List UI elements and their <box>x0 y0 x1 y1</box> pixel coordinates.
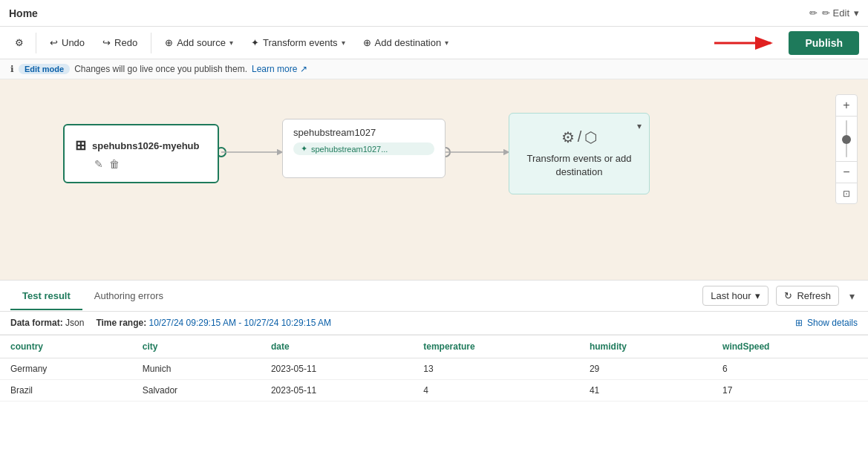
add-source-icon: ⊕ <box>165 37 173 48</box>
destination-icons: ⚙ / ⬡ <box>561 128 598 146</box>
zoom-fit-button[interactable]: ⊡ <box>836 183 857 203</box>
redo-button[interactable]: ↪ Redo <box>95 33 145 52</box>
cell-windSpeed: 17 <box>712 380 868 401</box>
data-format-label: Data format: <box>10 318 65 328</box>
edit-icon: ✏ <box>809 7 818 19</box>
data-format-value: Json <box>65 318 84 328</box>
zoom-controls: + − ⊡ <box>835 94 858 204</box>
zoom-in-button[interactable]: + <box>836 95 857 116</box>
source-edit-icon[interactable]: ✎ <box>94 158 103 170</box>
time-range-section: Time range: 10/27/24 09:29:15 AM - 10/27… <box>96 318 331 328</box>
refresh-button[interactable]: ↻ Refresh <box>776 286 839 306</box>
zoom-slider-thumb[interactable] <box>842 135 851 144</box>
data-format-section: Data format: Json <box>10 318 84 328</box>
table-body: GermanyMunich2023-05-1113296BrazilSalvad… <box>0 358 868 401</box>
transform-icon: ✦ <box>251 37 259 48</box>
zoom-slider-track <box>846 120 847 157</box>
settings-button[interactable]: ⚙ <box>9 33 30 52</box>
data-table-container: country city date temperature humidity w… <box>0 335 868 472</box>
add-source-label: Add source <box>177 37 226 48</box>
edit-mode-bar: ℹ Edit mode Changes will go live once yo… <box>0 59 868 79</box>
source-node[interactable]: ⊞ spehubns1026-myehub ✎ 🗑 <box>63 124 219 183</box>
data-info-left: Data format: Json Time range: 10/27/24 0… <box>10 318 331 328</box>
add-dest-label: Add destination <box>375 37 442 48</box>
col-windspeed: windSpeed <box>712 335 868 358</box>
cell-temperature: 4 <box>413 380 579 401</box>
tab-test-result-label: Test result <box>22 290 71 301</box>
edit-chevron-icon: ▾ <box>854 7 859 19</box>
table-header-row: country city date temperature humidity w… <box>0 335 868 358</box>
edit-label: ✏ Edit <box>822 7 849 19</box>
source-node-title: spehubns1026-myehub <box>92 140 200 151</box>
stream-tag-icon: ✦ <box>301 144 307 154</box>
canvas: ⊞ spehubns1026-myehub ✎ 🗑 spehubstream10… <box>0 79 868 280</box>
table-row: BrazilSalvador2023-05-1144117 <box>0 380 868 401</box>
cell-humidity: 29 <box>579 358 712 380</box>
cell-humidity: 41 <box>579 380 712 401</box>
cell-date: 2023-05-11 <box>261 358 413 380</box>
toolbar-separator <box>36 33 36 53</box>
table-row: GermanyMunich2023-05-1113296 <box>0 358 868 380</box>
show-details-button[interactable]: ⊞ Show details <box>795 318 858 328</box>
last-hour-label: Last hour <box>711 290 751 301</box>
destination-node[interactable]: ▾ ⚙ / ⬡ Transform events or add destinat… <box>509 113 650 194</box>
source-node-icon: ⊞ <box>75 137 86 154</box>
cell-country: Brazil <box>0 380 132 401</box>
red-arrow-indicator <box>713 33 780 53</box>
undo-button[interactable]: ↩ Undo <box>42 33 92 52</box>
tab-authoring-errors[interactable]: Authoring errors <box>82 283 175 310</box>
transform-events-button[interactable]: ✦ Transform events ▾ <box>244 33 353 52</box>
collapse-button[interactable]: ▾ <box>846 287 858 305</box>
time-range-value: 10/27/24 09:29:15 AM - 10/27/24 10:29:15… <box>149 318 332 328</box>
destination-slash-icon: / <box>578 128 582 145</box>
destination-chevron-icon[interactable]: ▾ <box>637 121 642 131</box>
cell-windSpeed: 6 <box>712 358 868 380</box>
source-delete-icon[interactable]: 🗑 <box>109 158 120 170</box>
refresh-icon: ↻ <box>784 290 792 301</box>
edit-mode-message: Changes will go live once you publish th… <box>74 64 247 74</box>
destination-text: Transform events or add destination <box>509 152 649 179</box>
tabs-left: Test result Authoring errors <box>10 283 175 309</box>
external-link-icon: ↗ <box>300 64 307 74</box>
publish-button[interactable]: Publish <box>789 31 859 55</box>
edit-button[interactable]: ✏ ✏ Edit ▾ <box>809 7 859 19</box>
data-info-bar: Data format: Json Time range: 10/27/24 0… <box>0 312 868 335</box>
show-details-label: Show details <box>807 318 858 328</box>
bottom-panel: Test result Authoring errors Last hour ▾… <box>0 280 868 472</box>
gear-icon: ⚙ <box>15 37 24 48</box>
add-source-button[interactable]: ⊕ Add source ▾ <box>157 33 241 52</box>
tabs-right: Last hour ▾ ↻ Refresh ▾ <box>702 286 858 306</box>
toolbar: ⚙ ↩ Undo ↪ Redo ⊕ Add source ▾ ✦ Transfo… <box>0 27 868 59</box>
add-destination-button[interactable]: ⊕ Add destination ▾ <box>356 33 457 52</box>
zoom-out-button[interactable]: − <box>836 162 857 183</box>
add-source-caret-icon: ▾ <box>229 39 233 47</box>
time-range-label: Time range: <box>96 318 149 328</box>
last-hour-chevron-icon: ▾ <box>755 290 760 301</box>
redo-label: Redo <box>114 37 137 48</box>
last-hour-select[interactable]: Last hour ▾ <box>702 286 769 306</box>
learn-more-label: Learn more <box>252 64 297 74</box>
stream-node-title: spehubstream1027 <box>293 127 434 138</box>
col-humidity: humidity <box>579 335 712 358</box>
tab-test-result[interactable]: Test result <box>10 283 82 310</box>
add-dest-caret-icon: ▾ <box>445 39 448 47</box>
tabs-bar: Test result Authoring errors Last hour ▾… <box>0 281 868 312</box>
destination-gear-icon: ⚙ <box>561 128 575 146</box>
col-date: date <box>261 335 413 358</box>
destination-export-icon: ⬡ <box>584 128 597 146</box>
show-details-icon: ⊞ <box>795 318 803 328</box>
stream-tag-text: spehubstream1027... <box>311 145 388 154</box>
home-title: Home <box>9 7 38 19</box>
stream-node[interactable]: spehubstream1027 ✦ spehubstream1027... <box>282 119 446 178</box>
transform-caret-icon: ▾ <box>342 39 345 47</box>
cell-city: Munich <box>132 358 261 380</box>
cell-temperature: 13 <box>413 358 579 380</box>
undo-label: Undo <box>62 37 85 48</box>
cell-country: Germany <box>0 358 132 380</box>
refresh-label: Refresh <box>797 290 831 301</box>
tab-authoring-errors-label: Authoring errors <box>94 290 163 301</box>
zoom-slider[interactable] <box>836 117 857 161</box>
col-temperature: temperature <box>413 335 579 358</box>
undo-icon: ↩ <box>50 37 58 48</box>
learn-more-link[interactable]: Learn more ↗ <box>252 64 307 74</box>
